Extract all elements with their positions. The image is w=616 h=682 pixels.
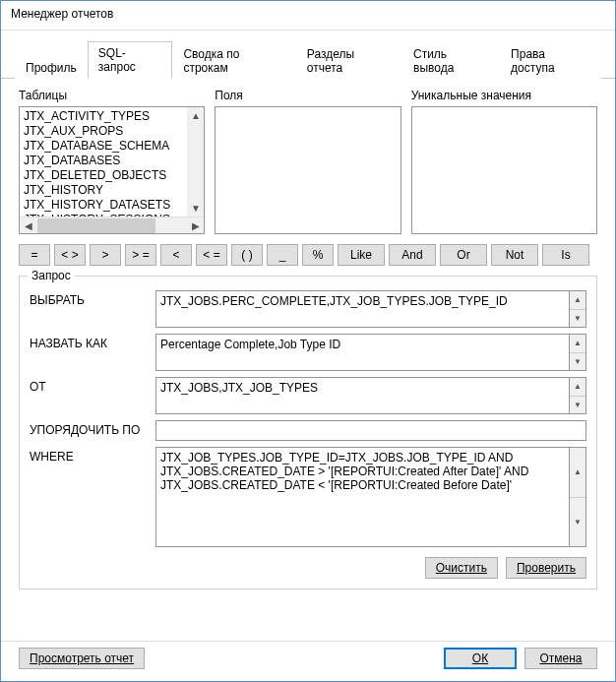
select-row: ВЫБРАТЬ JTX_JOBS.PERC_COMPLETE,JTX_JOB_T…	[30, 290, 586, 328]
spin-up-icon[interactable]: ▲	[570, 448, 585, 498]
window-title: Менеджер отчетов	[11, 7, 113, 21]
report-manager-window: Менеджер отчетов Профиль SQL-запрос Свод…	[0, 0, 616, 682]
unique-label: Уникальные значения	[411, 89, 597, 102]
as-row: НАЗВАТЬ КАК Percentage Complete,Job Type…	[30, 334, 586, 371]
op-or-button[interactable]: Or	[440, 244, 487, 266]
orderby-label: УПОРЯДОЧИТЬ ПО	[30, 420, 148, 437]
scroll-right-icon[interactable]: ▶	[187, 217, 204, 234]
table-row[interactable]: JTX_AUX_PROPS	[22, 124, 202, 139]
op-and-button[interactable]: And	[389, 244, 436, 266]
clear-button[interactable]: Очистить	[425, 557, 498, 579]
spin-down-icon[interactable]: ▼	[570, 498, 585, 547]
from-input[interactable]: JTX_JOBS,JTX_JOB_TYPES	[155, 377, 570, 414]
op-ge-button[interactable]: > =	[125, 244, 156, 266]
where-label: WHERE	[30, 447, 148, 464]
op-gt-button[interactable]: >	[90, 244, 121, 266]
tables-label: Таблицы	[19, 89, 205, 102]
tab-output-style[interactable]: Стиль вывода	[402, 42, 500, 79]
tab-row-summary[interactable]: Сводка по строкам	[172, 42, 295, 79]
preview-report-button[interactable]: Просмотреть отчет	[19, 648, 145, 669]
from-label: ОТ	[30, 377, 148, 394]
spin-down-icon[interactable]: ▼	[570, 310, 585, 328]
spin-down-icon[interactable]: ▼	[570, 397, 585, 414]
fields-listbox[interactable]	[215, 106, 400, 234]
tab-permissions[interactable]: Права доступа	[500, 42, 601, 79]
query-actions: Очистить Проверить	[30, 553, 586, 579]
op-percent-button[interactable]: %	[302, 244, 334, 266]
table-row[interactable]: JTX_HISTORY_DATASETS	[22, 198, 202, 213]
table-row[interactable]: JTX_DATABASE_SCHEMA	[22, 139, 202, 154]
op-le-button[interactable]: < =	[196, 244, 227, 266]
table-row[interactable]: JTX_HISTORY	[22, 183, 202, 198]
as-input[interactable]: Percentage Complete,Job Type ID	[155, 334, 570, 371]
where-row: WHERE JTX_JOB_TYPES.JOB_TYPE_ID=JTX_JOBS…	[30, 447, 586, 547]
scroll-thumb[interactable]	[37, 218, 155, 233]
op-underscore-button[interactable]: _	[267, 244, 298, 266]
window-titlebar: Менеджер отчетов	[1, 1, 615, 31]
tabbar: Профиль SQL-запрос Сводка по строкам Раз…	[1, 31, 615, 79]
op-not-button[interactable]: Not	[491, 244, 538, 266]
tab-report-sections[interactable]: Разделы отчета	[296, 42, 402, 79]
select-spin: ▲ ▼	[570, 290, 586, 328]
tab-content: Таблицы JTX_ACTIVITY_TYPES JTX_AUX_PROPS…	[1, 79, 615, 641]
scroll-track[interactable]	[187, 124, 204, 200]
tables-listbox[interactable]: JTX_ACTIVITY_TYPES JTX_AUX_PROPS JTX_DAT…	[19, 106, 205, 234]
spin-up-icon[interactable]: ▲	[570, 378, 585, 397]
tab-sql-query[interactable]: SQL-запрос	[88, 41, 173, 79]
fields-label: Поля	[215, 89, 400, 102]
unique-column: Уникальные значения	[411, 89, 597, 234]
ok-button[interactable]: ОК	[444, 648, 517, 669]
from-spin: ▲ ▼	[570, 377, 586, 414]
orderby-row: УПОРЯДОЧИТЬ ПО	[30, 420, 586, 441]
from-row: ОТ JTX_JOBS,JTX_JOB_TYPES ▲ ▼	[30, 377, 586, 414]
where-input[interactable]: JTX_JOB_TYPES.JOB_TYPE_ID=JTX_JOBS.JOB_T…	[155, 447, 570, 547]
table-row[interactable]: JTX_ACTIVITY_TYPES	[22, 109, 202, 124]
operators-row: = < > > > = < < = ( ) _ % Like And Or No…	[19, 244, 597, 266]
fields-column: Поля	[215, 89, 400, 234]
table-row[interactable]: JTX_DATABASES	[22, 154, 202, 168]
as-label: НАЗВАТЬ КАК	[30, 334, 148, 350]
top-panels-row: Таблицы JTX_ACTIVITY_TYPES JTX_AUX_PROPS…	[19, 89, 597, 234]
spin-down-icon[interactable]: ▼	[570, 353, 585, 371]
tables-vscroll[interactable]: ▲ ▼	[187, 107, 204, 217]
op-like-button[interactable]: Like	[338, 244, 385, 266]
as-spin: ▲ ▼	[570, 334, 586, 371]
spin-up-icon[interactable]: ▲	[570, 335, 585, 353]
op-lt-button[interactable]: <	[160, 244, 192, 266]
op-ne-button[interactable]: < >	[54, 244, 86, 266]
unique-listbox[interactable]	[411, 106, 597, 234]
query-groupbox: Запрос ВЫБРАТЬ JTX_JOBS.PERC_COMPLETE,JT…	[19, 276, 597, 589]
scroll-left-icon[interactable]: ◀	[20, 217, 36, 234]
query-legend: Запрос	[28, 269, 75, 282]
op-paren-button[interactable]: ( )	[231, 244, 263, 266]
op-is-button[interactable]: Is	[542, 244, 589, 266]
tables-column: Таблицы JTX_ACTIVITY_TYPES JTX_AUX_PROPS…	[19, 89, 205, 234]
cancel-button[interactable]: Отмена	[524, 648, 597, 669]
tables-items: JTX_ACTIVITY_TYPES JTX_AUX_PROPS JTX_DAT…	[20, 107, 204, 217]
table-row[interactable]: JTX_DELETED_OBJECTS	[22, 168, 202, 183]
bottombar: Просмотреть отчет ОК Отмена	[1, 641, 615, 681]
verify-button[interactable]: Проверить	[506, 557, 586, 579]
select-label: ВЫБРАТЬ	[30, 290, 148, 307]
scroll-up-icon[interactable]: ▲	[187, 107, 204, 124]
orderby-input[interactable]	[155, 420, 586, 441]
tab-profile[interactable]: Профиль	[15, 56, 88, 79]
op-eq-button[interactable]: =	[19, 244, 50, 266]
tables-hscroll[interactable]: ◀ ▶	[20, 217, 204, 233]
scroll-down-icon[interactable]: ▼	[187, 200, 204, 217]
select-input[interactable]: JTX_JOBS.PERC_COMPLETE,JTX_JOB_TYPES.JOB…	[155, 290, 570, 328]
spin-up-icon[interactable]: ▲	[570, 291, 585, 310]
where-spin: ▲ ▼	[570, 447, 586, 547]
